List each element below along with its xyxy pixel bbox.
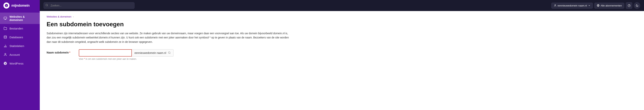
topbar: eennieuwedomein naam.nl Alle abonnemente…: [40, 0, 644, 11]
search-bar: [44, 2, 134, 9]
sidebar-item-wordpress-label: WordPress: [10, 62, 24, 65]
help-button[interactable]: [626, 2, 632, 9]
sidebar-item-websites-label: Websites & domeinen: [10, 15, 36, 22]
breadcrumb-separator: ›: [73, 15, 74, 18]
logo-area: o mijndomein: [0, 0, 40, 11]
wordpress-icon: [4, 62, 7, 65]
search-icon: [46, 4, 48, 7]
page-description: Subdomeinen zijn internetadressen voor v…: [46, 31, 293, 44]
svg-point-14: [554, 5, 556, 6]
sidebar-item-bestanden-label: Bestanden: [10, 27, 23, 30]
sidebar-item-statistieken[interactable]: Statistieken: [0, 41, 40, 50]
page-title: Een subdomein toevoegen: [46, 21, 637, 28]
sidebar-item-websites[interactable]: Websites & domeinen: [0, 13, 40, 24]
sidebar: o mijndomein Websites & domeinen Bestand…: [0, 0, 40, 110]
svg-point-5: [4, 36, 7, 37]
page-body: Websites & domeinen › Een subdomein toev…: [40, 11, 644, 110]
chevron-down-icon: [588, 4, 590, 7]
sidebar-item-databases[interactable]: Databases: [0, 33, 40, 41]
subdomain-inputs: eennieuwedomein naam.nl: [79, 49, 174, 57]
search-input[interactable]: [44, 2, 134, 9]
dark-mode-toggle[interactable]: [634, 2, 640, 9]
sidebar-item-bestanden[interactable]: Bestanden: [0, 24, 40, 33]
subscriptions-button[interactable]: Alle abonnementen: [594, 3, 624, 9]
form-label: Naam subdomein*: [46, 49, 79, 54]
domain-value: eennieuwedomein naam.nl: [134, 51, 166, 54]
subdomain-name-input[interactable]: [79, 49, 132, 57]
form-row: Naam subdomein* eennieuwedomein naam.nl: [46, 49, 637, 57]
form-hint: Voer * in om een subdomein met een joker…: [79, 58, 637, 60]
sidebar-item-statistieken-label: Statistieken: [10, 44, 24, 47]
breadcrumb-parent[interactable]: Websites & domeinen: [46, 15, 72, 18]
barchart-icon: [4, 44, 7, 48]
svg-rect-2: [4, 17, 7, 19]
account-name: eennieuwedomein naam.nl: [558, 4, 587, 7]
question-icon: [628, 4, 630, 7]
sidebar-item-databases-label: Databases: [10, 36, 23, 39]
svg-point-19: [168, 51, 170, 53]
sidebar-item-account-label: Account: [10, 53, 20, 56]
folder-icon: [4, 26, 7, 30]
database-icon: [4, 35, 7, 39]
subscriptions-label: Alle abonnementen: [600, 4, 622, 7]
logo-text: mijndomein: [11, 4, 30, 8]
sidebar-item-wordpress[interactable]: WordPress: [0, 59, 40, 68]
hint-text-content: Voer * in om een subdomein met een joker…: [79, 58, 137, 60]
globe-icon: [597, 4, 600, 7]
topbar-right: eennieuwedomein naam.nl Alle abonnemente…: [552, 2, 640, 9]
account-person-icon: [554, 4, 556, 7]
search-domain-icon: [168, 51, 171, 54]
hint-star: *: [84, 58, 85, 60]
main-content: eennieuwedomein naam.nl Alle abonnemente…: [40, 0, 644, 110]
sidebar-nav: Websites & domeinen Bestanden Databases: [0, 11, 40, 110]
svg-text:o: o: [6, 5, 7, 7]
moon-icon: [636, 4, 638, 7]
svg-point-10: [5, 53, 6, 54]
svg-line-20: [170, 53, 170, 54]
logo-icon: o: [4, 3, 10, 9]
sidebar-item-account[interactable]: Account: [0, 50, 40, 59]
svg-point-12: [46, 4, 48, 6]
account-button[interactable]: eennieuwedomein naam.nl: [552, 3, 593, 9]
svg-line-13: [47, 6, 48, 6]
domain-display: eennieuwedomein naam.nl: [132, 49, 174, 57]
user-icon: [4, 53, 7, 57]
required-marker: *: [69, 51, 70, 54]
breadcrumb: Websites & domeinen ›: [46, 15, 637, 18]
monitor-icon: [4, 16, 7, 20]
